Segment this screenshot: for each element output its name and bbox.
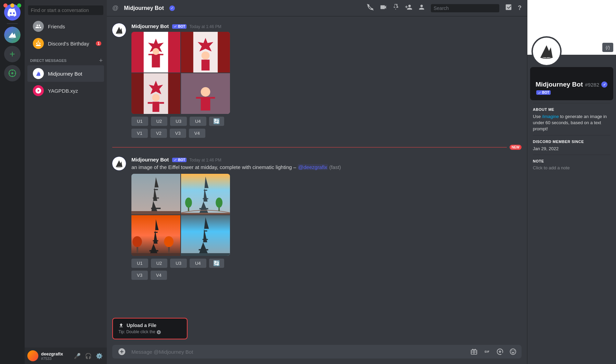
u1-btn-1[interactable]: U1 — [131, 117, 148, 126]
svg-rect-26 — [201, 97, 210, 110]
u2-btn-2[interactable]: U2 — [151, 259, 168, 268]
eiffel-image-2 — [181, 174, 230, 214]
eiffel-image-4 — [181, 215, 230, 256]
superhero-image-1 — [131, 32, 180, 73]
refresh-btn-2[interactable]: 🔄 — [209, 259, 224, 268]
user-panel: deezgrafix #7533 🎤 🎧 ⚙️ — [25, 348, 107, 364]
v4-btn-1[interactable]: V4 — [189, 129, 205, 138]
main-chat-area: @ Midjourney Bot ✓ — [107, 0, 527, 364]
svg-rect-54 — [153, 240, 158, 241]
svg-rect-41 — [200, 208, 208, 209]
message-header-2: Midjourney Bot BOT Today at 1:46 PM — [131, 157, 522, 162]
mute-button[interactable]: 🎤 — [73, 351, 82, 361]
about-me-body: Use /imagine to generate an image in und… — [533, 114, 611, 132]
u4-btn-1[interactable]: U4 — [190, 117, 206, 126]
friends-avatar — [33, 21, 44, 32]
message-author-2: Midjourney Bot — [131, 157, 169, 162]
svg-rect-10 — [158, 54, 163, 55]
u4-btn-2[interactable]: U4 — [190, 259, 206, 268]
right-panel-divider-3 — [533, 155, 611, 155]
explore-servers-button[interactable] — [4, 65, 21, 81]
u3-btn-2[interactable]: U3 — [170, 259, 187, 268]
sticker-button[interactable] — [494, 346, 506, 358]
inbox-icon[interactable] — [505, 3, 512, 13]
svg-point-57 — [132, 236, 142, 247]
search-icon — [496, 5, 497, 11]
video-icon[interactable] — [380, 3, 387, 13]
verified-icon: ✓ — [169, 5, 175, 11]
v3-btn-2[interactable]: V3 — [131, 271, 148, 280]
birthday-badge: 1 — [96, 41, 101, 46]
add-dm-button[interactable]: + — [98, 57, 104, 64]
pin-icon[interactable] — [393, 3, 399, 13]
imagine-link[interactable]: /imagine — [542, 114, 559, 119]
right-panel-username-area: Midjourney Bot #9282 ✓ BOT — [530, 67, 613, 100]
deafen-button[interactable]: 🎧 — [84, 351, 93, 361]
u1-btn-2[interactable]: U1 — [131, 259, 148, 268]
mute-call-icon[interactable] — [367, 3, 374, 13]
add-friend-icon[interactable] — [405, 3, 412, 13]
yagpdb-label: YAGPDB.xyz — [48, 88, 78, 94]
svg-rect-20 — [153, 102, 159, 112]
friends-label: Friends — [48, 24, 65, 29]
message-input[interactable] — [129, 345, 468, 359]
gif-button[interactable] — [481, 346, 493, 358]
right-panel-divider-1 — [533, 103, 611, 103]
attach-file-button[interactable] — [115, 345, 129, 359]
dm-search-bar[interactable] — [25, 0, 107, 18]
user-controls: 🎤 🎧 ⚙️ — [73, 351, 104, 361]
svg-rect-43 — [204, 190, 207, 191]
chat-messages[interactable]: Midjourney Bot BOT Today at 1:46 PM — [107, 16, 527, 342]
svg-rect-44 — [181, 213, 230, 214]
friends-item[interactable]: Friends — [27, 18, 104, 35]
bot-tag-2: BOT — [172, 158, 187, 162]
message-time-1: Today at 1:46 PM — [189, 24, 221, 29]
gift-button[interactable] — [468, 346, 480, 358]
refresh-btn-1[interactable]: 🔄 — [209, 117, 224, 126]
user-avatar — [27, 350, 38, 361]
settings-button[interactable]: ⚙️ — [94, 351, 104, 361]
profile-icon[interactable] — [418, 3, 425, 13]
eiffel-image-1 — [131, 174, 180, 214]
superhero-image-3 — [131, 73, 180, 114]
minimize-button[interactable] — [10, 3, 14, 8]
v2-btn-1[interactable]: V2 — [151, 129, 167, 138]
svg-rect-66 — [203, 239, 208, 240]
u3-btn-1[interactable]: U3 — [170, 117, 187, 126]
v4-btn-2[interactable]: V4 — [151, 271, 167, 280]
emoji-button[interactable] — [507, 346, 519, 358]
dm-item-midjourney[interactable]: Midjourney Bot — [27, 65, 104, 82]
search-bar[interactable] — [431, 4, 499, 12]
help-icon[interactable]: ? — [518, 4, 522, 12]
v1-btn-1[interactable]: V1 — [131, 129, 148, 138]
svg-point-59 — [164, 236, 174, 247]
server-divider — [7, 23, 18, 24]
server-icon-1[interactable] — [4, 27, 21, 43]
bot-avatar-2 — [112, 157, 126, 170]
dm-search-input[interactable] — [28, 5, 103, 15]
add-server-button[interactable]: + — [4, 46, 21, 62]
right-panel-header-bg: {/} — [527, 0, 616, 55]
dm-item-yagpdb[interactable]: YAGPDB.xyz — [27, 82, 104, 99]
search-input[interactable] — [434, 5, 493, 11]
chat-bot-name: Midjourney Bot — [124, 5, 164, 11]
discord-birthday-item[interactable]: Discord's Birthday 1 — [27, 35, 104, 52]
new-message-divider: NEW — [112, 145, 522, 150]
svg-rect-27 — [196, 97, 201, 99]
birthday-avatar — [33, 38, 44, 49]
svg-point-46 — [185, 197, 192, 208]
svg-rect-67 — [204, 230, 207, 231]
svg-point-1 — [11, 72, 13, 74]
maximize-button[interactable] — [17, 3, 21, 8]
midjourney-avatar — [33, 68, 44, 79]
superhero-action-buttons: U1 U2 U3 U4 🔄 — [131, 117, 522, 126]
birthday-label: Discord's Birthday — [48, 41, 89, 47]
message-group-2: Midjourney Bot BOT Today at 1:46 PM an i… — [107, 155, 527, 281]
v3-btn-1[interactable]: V3 — [170, 129, 186, 138]
note-input[interactable]: Click to add a note — [533, 165, 611, 170]
close-button[interactable] — [3, 3, 8, 8]
u2-btn-1[interactable]: U2 — [151, 117, 168, 126]
code-button[interactable]: {/} — [602, 43, 613, 52]
right-panel-username: Midjourney Bot #9282 ✓ BOT — [536, 81, 608, 95]
svg-rect-15 — [202, 60, 210, 70]
